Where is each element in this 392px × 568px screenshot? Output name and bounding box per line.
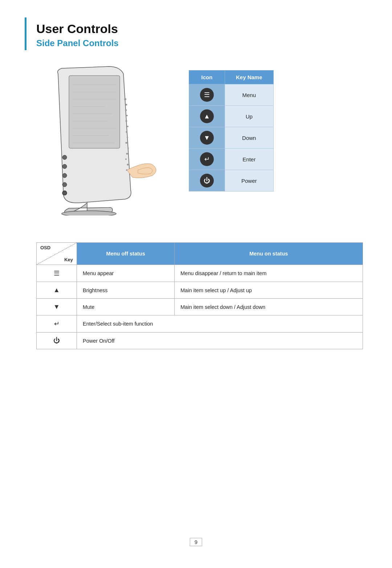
key-name-1: Up (225, 106, 274, 127)
button-icon-3: ↵ (200, 152, 214, 166)
page-number: 9 (190, 538, 202, 546)
section-title: Side Panel Controls (36, 38, 363, 48)
svg-point-4 (62, 182, 67, 187)
svg-point-28 (127, 164, 129, 166)
icon-cell-1: ▲ (189, 106, 225, 127)
icon-col-header: Icon (189, 71, 225, 84)
svg-point-3 (62, 173, 67, 178)
monitor-illustration (36, 63, 167, 217)
key-name-4: Power (225, 170, 274, 192)
svg-point-2 (62, 164, 67, 169)
osd-icon-4: ⏻ (37, 333, 77, 349)
icon-key-table: Icon Key Name ☰Menu▲Up▼Down↵Enter⏻Power (189, 70, 274, 192)
svg-point-21 (127, 126, 128, 127)
icon-cell-0: ☰ (189, 84, 225, 106)
svg-point-19 (126, 115, 128, 116)
icon-key-table-container: Icon Key Name ☰Menu▲Up▼Down↵Enter⏻Power (189, 63, 274, 192)
svg-point-20 (126, 120, 127, 122)
button-icon-1: ▲ (200, 109, 214, 123)
svg-point-17 (126, 104, 127, 106)
button-icon-2: ▼ (200, 131, 214, 145)
osd-off-2: Mute (77, 299, 175, 315)
keyname-col-header: Key Name (225, 71, 274, 84)
left-accent-bar (25, 17, 26, 50)
svg-point-26 (126, 153, 128, 155)
svg-point-27 (125, 158, 127, 160)
key-name-3: Enter (225, 149, 274, 170)
svg-point-6 (62, 211, 116, 215)
svg-point-5 (62, 191, 67, 195)
osd-icon-3: ↵ (37, 315, 77, 333)
osd-diagonal-header: OSD Key (37, 243, 77, 265)
button-icon-4: ⏻ (200, 174, 214, 188)
osd-icon-1: ▲ (37, 282, 77, 299)
svg-point-24 (126, 142, 127, 144)
key-name-0: Menu (225, 84, 274, 106)
top-section: Icon Key Name ☰Menu▲Up▼Down↵Enter⏻Power (36, 63, 363, 217)
button-icon-0: ☰ (200, 88, 214, 102)
svg-point-22 (126, 131, 128, 133)
page-title: User Controls (36, 22, 363, 36)
svg-point-1 (62, 155, 67, 160)
icon-cell-4: ⏻ (189, 170, 225, 192)
svg-point-23 (127, 137, 128, 138)
svg-point-25 (127, 148, 129, 149)
osd-icon-2: ▼ (37, 299, 77, 315)
osd-on-0: Menu disappear / return to main item (175, 265, 363, 282)
svg-point-18 (125, 109, 127, 111)
icon-cell-3: ↵ (189, 149, 225, 170)
osd-icon-0: ☰ (37, 265, 77, 282)
osd-section: OSD Key Menu off status Menu on status ☰… (36, 242, 363, 349)
key-name-2: Down (225, 127, 274, 149)
osd-on-2: Main item select down / Adjust down (175, 299, 363, 315)
osd-on-1: Main item select up / Adjust up (175, 282, 363, 299)
menu-on-header: Menu on status (175, 243, 363, 265)
osd-span-row-4: Power On/Off (77, 333, 363, 349)
key-label: Key (64, 257, 73, 262)
svg-rect-0 (69, 76, 120, 148)
osd-table: OSD Key Menu off status Menu on status ☰… (36, 242, 363, 349)
menu-off-header: Menu off status (77, 243, 175, 265)
icon-cell-2: ▼ (189, 127, 225, 149)
osd-label: OSD (40, 245, 50, 250)
osd-off-0: Menu appear (77, 265, 175, 282)
svg-point-16 (124, 98, 126, 100)
osd-span-row-3: Enter/Select sub-item function (77, 315, 363, 333)
osd-off-1: Brightness (77, 282, 175, 299)
